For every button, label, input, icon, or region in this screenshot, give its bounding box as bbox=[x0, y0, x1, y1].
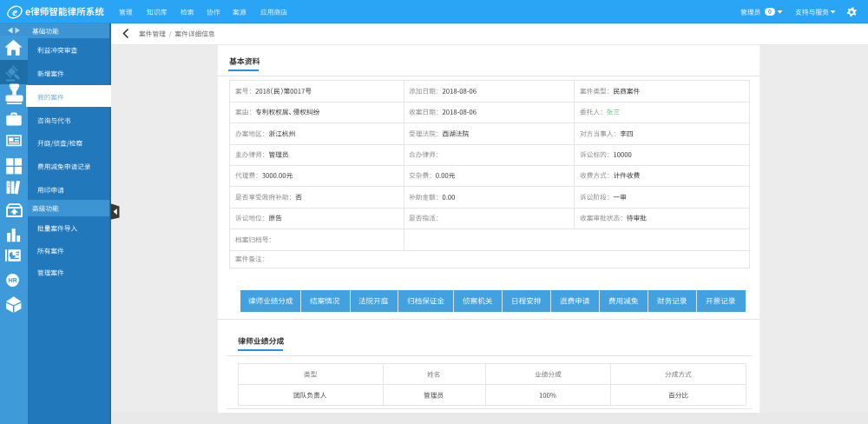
svg-text:HR: HR bbox=[9, 277, 17, 283]
svg-text:e: e bbox=[12, 5, 17, 18]
